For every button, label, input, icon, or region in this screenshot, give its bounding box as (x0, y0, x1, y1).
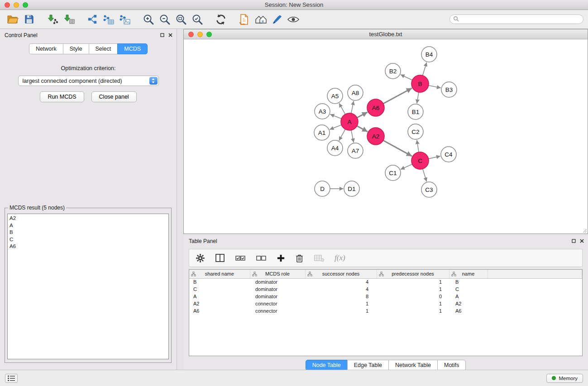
window-resize-grip[interactable] (582, 228, 587, 233)
edge-A-A7[interactable] (351, 130, 354, 143)
save-session-icon[interactable] (21, 12, 37, 27)
edge-C-C3[interactable] (423, 169, 427, 181)
edge-A-A6[interactable] (357, 112, 368, 118)
column-header-name[interactable]: name (449, 270, 488, 278)
edge-A6-B[interactable] (383, 88, 412, 104)
node-D[interactable]: D (315, 181, 330, 196)
column-header-successor-nodes[interactable]: successor nodes (305, 270, 377, 278)
table-cell[interactable]: 0 (377, 293, 449, 300)
table-cell[interactable]: 4 (305, 286, 377, 293)
show-hide-eye-icon[interactable] (285, 12, 301, 27)
edge-B-B3[interactable] (429, 86, 441, 88)
node-A6[interactable]: A6 (367, 99, 384, 116)
node-B[interactable]: B (411, 75, 429, 92)
column-header-MCDS-role[interactable]: MCDS role (250, 270, 305, 278)
table-cell[interactable]: A (449, 293, 488, 300)
node-C1[interactable]: C1 (385, 165, 401, 181)
zoom-out-icon[interactable] (157, 12, 173, 27)
network-table-icon[interactable] (100, 12, 117, 27)
table-cell[interactable]: A6 (189, 307, 250, 315)
table-settings-gear-icon[interactable] (196, 253, 205, 263)
node-A5[interactable]: A5 (327, 88, 343, 104)
open-session-icon[interactable] (5, 12, 21, 27)
mcds-result-list[interactable]: A2ABCA6 (7, 214, 169, 359)
table-cell[interactable]: A (189, 293, 250, 300)
tab-edge-table[interactable]: Edge Table (347, 360, 389, 371)
table-cell[interactable]: 1 (305, 300, 377, 307)
add-column-plus-icon[interactable] (277, 254, 285, 262)
node-A3[interactable]: A3 (315, 104, 330, 119)
node-B1[interactable]: B1 (408, 104, 423, 119)
table-row[interactable]: A2connector11A2 (189, 300, 582, 307)
tab-network[interactable]: Network (29, 43, 63, 54)
network-minimize-button[interactable] (197, 32, 203, 37)
tab-style[interactable]: Style (63, 43, 89, 54)
function-builder-icon[interactable]: f(x) (335, 253, 345, 262)
zoom-selected-icon[interactable] (189, 12, 206, 27)
table-cell[interactable]: 1 (377, 286, 449, 293)
node-table[interactable]: shared nameMCDS rolesuccessor nodesprede… (189, 269, 583, 356)
node-A8[interactable]: A8 (348, 85, 363, 100)
delete-trash-icon[interactable] (295, 253, 304, 263)
minimize-window-button[interactable] (14, 2, 19, 8)
close-window-button[interactable] (5, 2, 10, 8)
select-all-icon[interactable] (235, 253, 246, 262)
close-panel-icon[interactable] (580, 235, 584, 247)
zoom-in-icon[interactable] (140, 12, 157, 27)
table-cell[interactable]: C (449, 286, 488, 293)
node-B4[interactable]: B4 (421, 47, 437, 62)
network-canvas[interactable]: B4B2BB3A8A5A6B1A3AC2A1A2A4A7C4CC1C3DD1 (184, 39, 588, 234)
network-window-titlebar[interactable]: testGlobe.txt (184, 29, 588, 39)
edge-C-C1[interactable] (401, 164, 412, 170)
edge-B-B4[interactable] (423, 62, 427, 76)
table-cell[interactable]: 1 (377, 278, 449, 286)
show-columns-icon[interactable] (215, 253, 225, 262)
network-maximize-button[interactable] (206, 32, 212, 37)
table-cell[interactable]: A2 (449, 300, 488, 307)
edge-B-B1[interactable] (417, 92, 419, 104)
column-header-shared-name[interactable]: shared name (189, 270, 250, 278)
table-cell[interactable]: C (189, 286, 250, 293)
memory-button[interactable]: Memory (546, 374, 583, 383)
edge-C-C4[interactable] (429, 156, 440, 159)
table-cell[interactable]: 1 (377, 307, 449, 315)
mcds-result-item[interactable]: A6 (10, 243, 167, 250)
table-cell[interactable]: A6 (449, 307, 488, 315)
node-C[interactable]: C (411, 152, 429, 169)
table-cell[interactable]: 1 (377, 300, 449, 307)
node-C3[interactable]: C3 (421, 182, 437, 197)
edge-A-A4[interactable] (339, 129, 345, 141)
column-header-predecessor-nodes[interactable]: predecessor nodes (377, 270, 449, 278)
tab-select[interactable]: Select (89, 43, 118, 54)
node-A1[interactable]: A1 (314, 125, 330, 140)
mcds-result-item[interactable]: A2 (10, 215, 167, 222)
optimization-criterion-select[interactable]: largest connected component (directed) (18, 76, 159, 86)
node-C4[interactable]: C4 (441, 147, 456, 162)
edge-A-A8[interactable] (351, 101, 354, 113)
new-network-icon[interactable] (84, 12, 100, 27)
node-A[interactable]: A (341, 113, 358, 130)
apply-layout-icon[interactable] (213, 12, 229, 27)
tab-mcds[interactable]: MCDS (117, 43, 148, 54)
table-row[interactable]: Adominator80A (189, 293, 582, 300)
float-panel-icon[interactable] (572, 235, 576, 247)
deselect-all-icon[interactable] (256, 253, 267, 262)
edge-A-A3[interactable] (330, 114, 341, 119)
run-mcds-button[interactable]: Run MCDS (40, 91, 84, 102)
close-panel-button[interactable]: Close panel (91, 91, 137, 102)
table-cell[interactable]: dominator (250, 278, 305, 286)
table-row[interactable]: A6connector11A6 (189, 307, 582, 315)
node-B3[interactable]: B3 (441, 82, 457, 97)
mcds-result-item[interactable]: A (10, 222, 167, 229)
node-B2[interactable]: B2 (385, 63, 401, 79)
tab-motifs[interactable]: Motifs (437, 360, 466, 371)
table-cell[interactable]: 4 (305, 278, 377, 286)
manual-document-icon[interactable] (236, 12, 253, 27)
mcds-result-item[interactable]: B (10, 229, 167, 236)
node-C2[interactable]: C2 (408, 124, 423, 139)
node-A4[interactable]: A4 (327, 140, 343, 156)
edge-C-C2[interactable] (417, 140, 419, 152)
edge-A-A2[interactable] (357, 126, 368, 132)
table-cell[interactable]: dominator (250, 293, 305, 300)
edge-A2-C[interactable] (383, 140, 412, 156)
